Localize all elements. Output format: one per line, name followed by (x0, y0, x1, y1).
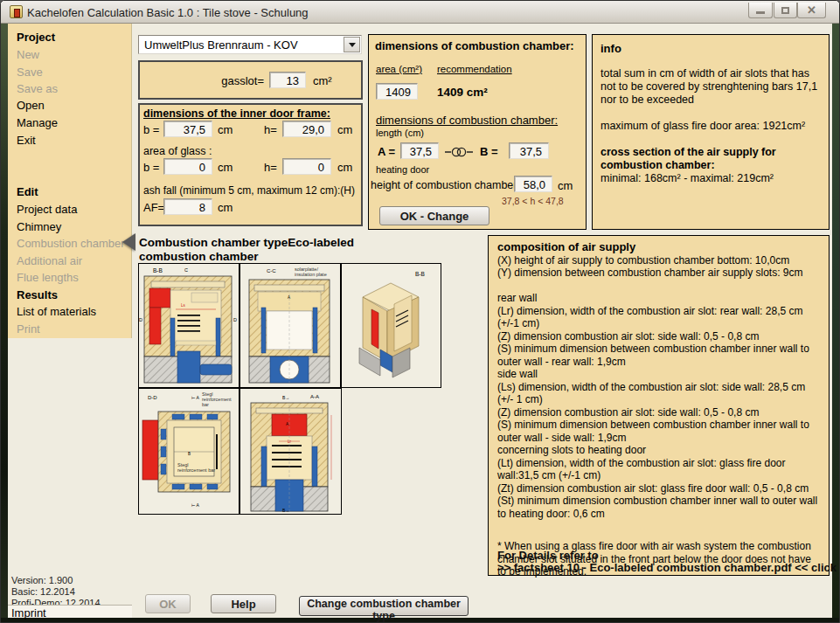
gasslot-box: gasslot= 13 cm² (138, 60, 363, 100)
air-supply-panel: composition of air supply (X) height of … (488, 235, 830, 576)
svg-text:C: C (184, 267, 188, 273)
info-panel: info total sum in cm of width of air slo… (592, 34, 830, 230)
imprint-link[interactable]: Imprint (11, 606, 46, 620)
maximize-icon (781, 7, 789, 14)
length-label: length (cm) (376, 128, 424, 138)
ok-button[interactable]: OK (145, 594, 191, 613)
diagram-section-aa: A-A B→ B→ Lr A (240, 388, 342, 515)
air-supply-line-z-rear: (Z) dimension combustion air slot: side … (497, 330, 820, 343)
svg-text:D-D: D-D (148, 395, 157, 400)
info-cross-section-title: cross section of the air supply for comb… (600, 146, 821, 172)
air-supply-line-side-wall: side wall (497, 368, 820, 381)
linked-values-icon (444, 146, 474, 158)
inner-door-frame-box: dimensions of the inner door frame: b = … (138, 103, 363, 226)
info-paragraph-glass-door: maximum of glass fire door area: 1921cm² (600, 120, 821, 133)
window-edge-right (832, 24, 839, 618)
sidebar-item-chimney[interactable]: Chimney (17, 220, 61, 233)
svg-text:A-A: A-A (310, 394, 319, 399)
b-input[interactable]: 37,5 (509, 142, 549, 159)
sidebar-header-results: Results (17, 288, 58, 301)
chamber-height-input[interactable]: 58,0 (514, 176, 552, 192)
minimize-icon (756, 11, 765, 14)
gasslot-label: gasslot= (221, 74, 264, 87)
svg-text:⊢ A: ⊢ A (191, 395, 199, 400)
af-input[interactable]: 8 (163, 198, 212, 215)
version-label: Version: 1.900 (11, 575, 73, 585)
dropdown-button[interactable] (344, 37, 360, 52)
gasslot-input[interactable]: 13 (269, 72, 306, 88)
air-supply-line-st: (St) minimum dimension combustion chambe… (497, 495, 820, 520)
help-button[interactable]: Help (211, 594, 276, 613)
basic-version-label: Basic: 12.2014 (11, 586, 75, 597)
sidebar-item-new: New (17, 48, 39, 61)
ok-change-button[interactable]: OK - Change (379, 206, 489, 225)
svg-text:⊢ A: ⊢ A (191, 502, 199, 508)
application-window: Kachelofen Calculation Basic 1.0 : Tile … (0, 0, 840, 623)
sidebar-item-additional-air: Additional air (17, 254, 82, 267)
glass-b-unit: cm (218, 161, 233, 174)
door-frame-b-unit: cm (218, 123, 233, 136)
window-title: Kachelofen Calculation Basic 1.0 : Tile … (27, 6, 309, 19)
svg-text:B→: B→ (282, 508, 289, 513)
air-supply-line-s-rear: (S) minimum dimension between combustion… (497, 343, 820, 368)
window-edge-left (1, 24, 8, 618)
air-supply-line-s-side: (S) minimum dimension between combustion… (497, 419, 820, 444)
sidebar-header-project: Project (17, 31, 55, 44)
glass-h-label: h= (264, 161, 277, 174)
diagram-section-bb: B-B C D D Ls (138, 263, 240, 388)
sidebar-header-edit: Edit (17, 185, 38, 198)
glass-h-input[interactable]: 0 (282, 158, 331, 175)
svg-text:Lr: Lr (288, 440, 292, 444)
svg-text:D: D (233, 317, 237, 322)
svg-text:B-B: B-B (153, 267, 163, 273)
info-title: info (600, 42, 821, 55)
chamber-type-heading: Combustion chamber typeEco-labeled combu… (139, 236, 384, 264)
air-supply-line-zt: (Zt) dimension combustion air slot: glas… (497, 482, 820, 495)
recommendation-column-header: recommendation (437, 64, 512, 74)
info-paragraph-air-slots: total sum in cm of width of air slots th… (600, 67, 821, 107)
sidebar-item-exit[interactable]: Exit (17, 134, 36, 147)
gasslot-unit: cm² (313, 74, 332, 87)
b-label: B = (480, 145, 498, 158)
sidebar-item-print: Print (17, 322, 40, 336)
chamber-panel-title: dimensions of combustion chamber: (375, 39, 574, 52)
a-input[interactable]: 37,5 (400, 142, 439, 159)
area-of-glass-title: area of glass : (143, 145, 212, 157)
sidebar-item-list-of-materials[interactable]: List of materials (17, 305, 96, 318)
sidebar-item-manage[interactable]: Manage (17, 116, 58, 129)
selected-type-value: UmweltPlus Brennraum - KOV (144, 38, 298, 52)
door-frame-h-label: h= (264, 123, 277, 136)
air-supply-line-lr: (Lr) dimension, width of the combustion … (497, 305, 820, 330)
svg-text:C-C: C-C (267, 268, 276, 273)
air-supply-line-rear-wall: rear wall (497, 292, 820, 305)
minimize-button[interactable] (748, 3, 773, 18)
sidebar-item-save: Save (17, 66, 43, 79)
factsheet-link[interactable]: >> factsheet 10 - Eco-labeled combustion… (497, 561, 840, 574)
air-supply-line-lt: (Lt) dimension, width of the combustion … (497, 457, 820, 482)
sidebar-item-project-data[interactable]: Project data (17, 203, 77, 216)
glass-b-input[interactable]: 0 (163, 158, 212, 175)
svg-text:B: B (188, 452, 191, 456)
maximize-button[interactable] (774, 3, 797, 18)
svg-text:B-B: B-B (415, 271, 425, 277)
combustion-chamber-dimensions-panel: dimensions of combustion chamber: area (… (368, 34, 587, 230)
af-label: AF= (143, 201, 164, 214)
door-frame-b-input[interactable]: 37,5 (163, 121, 212, 137)
glass-h-unit: cm (337, 161, 352, 174)
air-supply-line-concerning: concerning slots to heating door (497, 444, 820, 457)
svg-text:Ls: Ls (181, 303, 186, 308)
reinforcement-bar-annotation-top: Stegl reinforcement bar (202, 391, 237, 407)
sidebar-item-open[interactable]: Open (17, 99, 45, 112)
window-edge-bottom (1, 618, 839, 623)
close-button[interactable]: ✕ (797, 3, 826, 18)
combustion-chamber-type-select[interactable]: UmweltPlus Brennraum - KOV (138, 35, 362, 54)
height-range-note: 37,8 < h < 47,8 (502, 196, 564, 206)
recommendation-value: 1409 cm² (437, 86, 488, 99)
chamber-area-input[interactable]: 1409 (376, 83, 418, 100)
sidebar-item-save-as: Save as (17, 82, 58, 95)
change-chamber-type-button[interactable]: Change combustion chamber type (299, 596, 469, 616)
title-bar[interactable]: Kachelofen Calculation Basic 1.0 : Tile … (1, 1, 839, 24)
door-frame-h-input[interactable]: 29,0 (282, 121, 331, 137)
af-unit: cm (218, 201, 233, 214)
ash-fall-label: ash fall (minimum 5 cm, maximum 12 cm):(… (143, 184, 355, 197)
